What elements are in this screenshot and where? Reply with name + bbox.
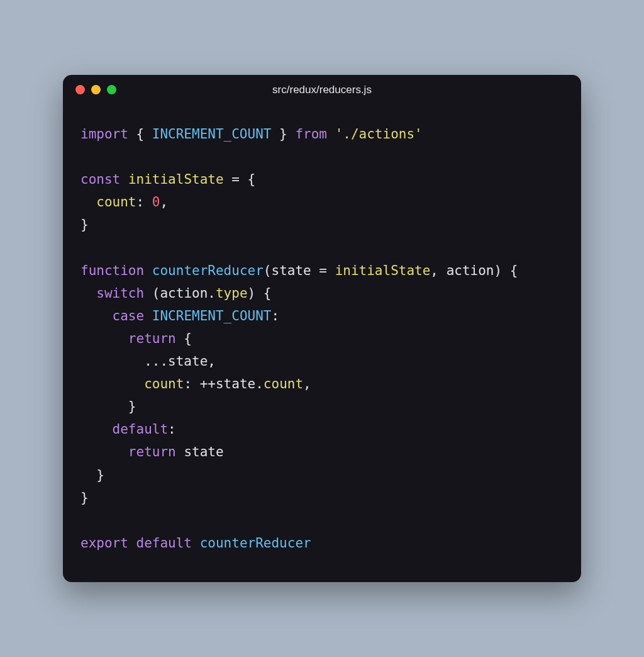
code-token: [80, 422, 113, 437]
code-token: ++: [200, 376, 216, 391]
traffic-lights: [75, 85, 116, 94]
code-line: function counterReducer(state = initialS…: [80, 259, 564, 282]
code-token: :: [271, 308, 279, 323]
code-line: return {: [80, 327, 564, 350]
code-token: initialState: [128, 172, 224, 187]
code-token: state: [271, 263, 311, 278]
code-line: const initialState = {: [80, 168, 564, 191]
code-token: return: [128, 444, 176, 459]
code-token: [176, 444, 184, 459]
code-token: INCREMENT_COUNT: [152, 308, 272, 323]
code-token: }: [80, 217, 89, 232]
code-token: ,: [208, 354, 216, 369]
code-token: INCREMENT_COUNT: [152, 126, 272, 142]
code-line: [80, 237, 564, 259]
code-token: [120, 172, 128, 187]
code-token: ,: [160, 194, 168, 210]
code-token: return: [128, 331, 176, 346]
code-token: ,: [303, 376, 311, 391]
code-token: ) {: [494, 263, 518, 278]
code-token: {: [176, 331, 192, 346]
code-token: }: [271, 126, 295, 142]
code-token: [144, 263, 152, 278]
code-token: [80, 286, 96, 301]
code-line: import { INCREMENT_COUNT } from './actio…: [80, 123, 564, 145]
code-token: :: [184, 376, 199, 391]
code-token: export: [80, 536, 128, 551]
code-line: export default counterReducer: [80, 532, 564, 554]
code-token: [144, 308, 152, 323]
code-token: state: [168, 354, 208, 369]
code-line: case INCREMENT_COUNT:: [80, 305, 564, 327]
code-token: ) {: [248, 286, 272, 301]
code-token: :: [168, 422, 176, 437]
code-line: [80, 145, 564, 168]
window-titlebar: src/redux/reducers.js: [63, 75, 581, 105]
close-icon[interactable]: [75, 85, 85, 94]
code-window: src/redux/reducers.js import { INCREMENT…: [63, 75, 581, 582]
code-token: action: [160, 286, 208, 301]
code-token: switch: [96, 286, 144, 301]
code-token: }: [80, 490, 89, 505]
minimize-icon[interactable]: [91, 85, 101, 94]
code-token: [80, 308, 113, 323]
code-token: type: [216, 286, 248, 301]
code-token: :: [136, 194, 152, 210]
code-token: [80, 444, 128, 459]
zoom-icon[interactable]: [107, 85, 116, 94]
code-line: default:: [80, 418, 564, 441]
code-token: state: [216, 376, 255, 391]
code-line: count: 0,: [80, 191, 564, 213]
code-token: [80, 331, 128, 346]
code-token: count: [264, 376, 303, 391]
code-token: counterReducer: [200, 536, 311, 551]
code-token: 0: [152, 194, 160, 210]
code-line: }: [80, 213, 564, 236]
code-line: switch (action.type) {: [80, 282, 564, 305]
code-token: [80, 376, 144, 391]
code-token: import: [80, 126, 128, 142]
code-token: [80, 194, 96, 210]
code-token: initialState: [335, 263, 431, 278]
window-filename: src/redux/reducers.js: [272, 84, 372, 96]
code-token: default: [136, 536, 192, 551]
code-token: from: [295, 126, 327, 142]
code-block: import { INCREMENT_COUNT } from './actio…: [63, 105, 581, 582]
code-line: }: [80, 486, 564, 509]
code-token: [327, 126, 335, 142]
code-token: count: [96, 194, 136, 210]
code-token: }: [80, 468, 104, 483]
code-token: .: [255, 376, 264, 391]
code-token: (: [264, 263, 272, 278]
code-token: .: [208, 286, 216, 301]
code-token: './actions': [335, 126, 423, 142]
code-token: state: [184, 444, 223, 459]
code-token: (: [144, 286, 160, 301]
code-token: count: [144, 376, 184, 391]
code-token: ,: [430, 263, 446, 278]
code-token: const: [80, 172, 120, 187]
code-token: = {: [224, 172, 256, 187]
code-line: [80, 509, 564, 532]
code-line: count: ++state.count,: [80, 373, 564, 395]
code-token: default: [113, 422, 169, 437]
code-token: function: [80, 263, 144, 278]
code-token: }: [80, 399, 136, 414]
code-token: action: [447, 263, 494, 278]
code-token: [128, 536, 136, 551]
code-line: }: [80, 464, 564, 486]
code-token: =: [311, 263, 335, 278]
code-line: return state: [80, 441, 564, 463]
code-token: [192, 536, 200, 551]
code-token: {: [128, 126, 152, 142]
code-token: counterReducer: [152, 263, 264, 278]
code-token: case: [113, 308, 145, 323]
code-token: ...: [80, 354, 168, 369]
code-line: }: [80, 395, 564, 418]
code-line: ...state,: [80, 350, 564, 373]
